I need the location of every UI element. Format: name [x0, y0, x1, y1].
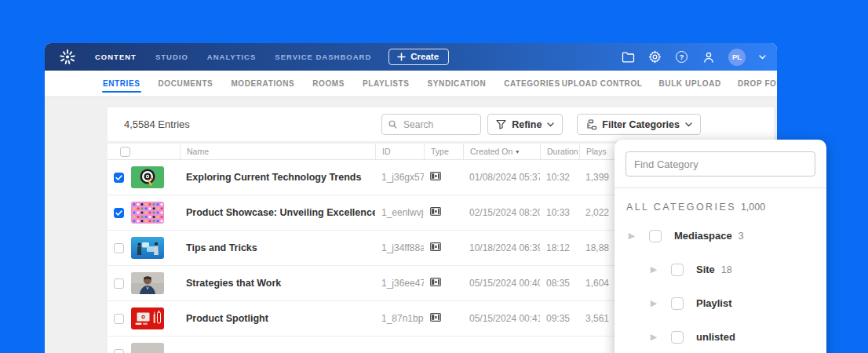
entry-name[interactable]: Product Spotlight [180, 313, 375, 324]
tab-moderations[interactable]: MODERATIONS [230, 71, 295, 96]
nav-item-analytics[interactable]: ANALYTICS [207, 53, 257, 61]
category-tree-icon [585, 119, 596, 130]
create-button[interactable]: Create [388, 49, 449, 65]
entry-name[interactable]: Strategies that Work [180, 278, 375, 289]
entry-duration: 08:35 [540, 278, 579, 289]
question-mark-icon: ? [676, 51, 687, 63]
category-tree-row[interactable]: ▶Playlist [615, 286, 826, 320]
row-checkbox[interactable] [114, 314, 124, 324]
entry-name[interactable]: Tips and Tricks [180, 242, 375, 253]
nav-item-service-dashboard[interactable]: SERVICE DASHBOARD [275, 53, 371, 61]
help-icon[interactable]: ? [675, 50, 688, 64]
chevron-down-icon[interactable] [759, 55, 766, 60]
refine-label: Refine [512, 119, 542, 130]
filter-categories-button[interactable]: Filter Categories [577, 114, 701, 135]
search-icon [388, 119, 397, 129]
entry-type [424, 313, 463, 324]
tab-entries[interactable]: ENTRIES [102, 71, 141, 96]
top-navigation-bar: CONTENT STUDIO ANALYTICS SERVICE DASHBOA… [45, 43, 777, 71]
category-label: Mediaspace [674, 230, 732, 242]
nav-item-content[interactable]: CONTENT [95, 53, 137, 61]
category-checkbox[interactable] [671, 264, 684, 276]
entry-created-on: 01/08/2024 05:37 [463, 172, 540, 183]
category-tree-row[interactable]: ▶Site18 [615, 253, 826, 286]
expand-arrow-icon[interactable]: ▶ [647, 332, 660, 342]
column-header-name[interactable]: Name [180, 144, 375, 159]
sort-descending-icon: ▾ [516, 148, 519, 155]
category-tree: ▶Mediaspace3▶Site18▶Playlist▶unlisted [615, 216, 826, 353]
tab-documents[interactable]: DOCUMENTS [158, 71, 214, 96]
tab-upload-control[interactable]: UPLOAD CONTROL [561, 71, 644, 96]
category-tree-row[interactable]: ▶unlisted [615, 320, 826, 353]
expand-arrow-icon[interactable]: ▶ [647, 264, 660, 275]
entries-toolbar: 4,5584 Entries Refine Filter Categories [108, 107, 774, 141]
row-checkbox[interactable] [114, 278, 124, 289]
row-checkbox[interactable] [114, 243, 124, 253]
row-checkbox-cell [108, 278, 128, 289]
refine-button[interactable]: Refine [487, 114, 563, 135]
category-checkbox[interactable] [671, 297, 684, 310]
tab-categories[interactable]: CATEGORIES [503, 71, 560, 96]
entry-created-on: 10/18/2024 06:39 [463, 242, 540, 253]
entry-type [424, 172, 463, 183]
tab-rooms[interactable]: ROOMS [312, 71, 345, 96]
tab-playlists[interactable]: PLAYLISTS [362, 71, 410, 96]
tab-bulk-upload[interactable]: BULK UPLOAD [658, 71, 722, 96]
funnel-icon [496, 119, 506, 129]
entry-thumbnail[interactable] [128, 308, 180, 329]
row-checkbox[interactable] [114, 349, 124, 353]
entry-thumbnail[interactable] [128, 272, 180, 294]
search-box [381, 114, 481, 135]
category-checkbox[interactable] [649, 230, 662, 242]
select-all-checkbox-cell [108, 144, 128, 159]
row-checkbox[interactable] [114, 208, 124, 218]
plus-icon [397, 53, 406, 61]
entry-id: 1_j36gx57v [375, 172, 424, 183]
entry-created-on: 05/15/2024 00:41 [463, 313, 540, 324]
entry-type [424, 207, 463, 218]
entry-thumbnail[interactable] [128, 237, 180, 259]
find-category-input[interactable] [625, 151, 815, 176]
category-label: unlisted [696, 331, 735, 343]
row-checkbox-cell [108, 208, 128, 218]
tab-syndication[interactable]: SYNDICATION [427, 71, 487, 96]
column-header-duration[interactable]: Duration [540, 144, 579, 159]
gear-icon[interactable] [648, 50, 662, 64]
row-checkbox[interactable] [114, 173, 124, 183]
kaltura-sun-logo-icon [59, 49, 76, 66]
entry-name[interactable]: Exploring Current Technology Trends [180, 172, 375, 183]
entry-thumbnail[interactable] [128, 202, 180, 224]
video-type-icon [430, 313, 441, 322]
video-type-icon [430, 207, 441, 216]
folder-icon[interactable] [622, 50, 635, 64]
row-checkbox-cell [108, 349, 128, 353]
entry-thumbnail[interactable] [128, 166, 180, 188]
filter-categories-label: Filter Categories [602, 119, 680, 130]
nav-item-studio[interactable]: STUDIO [155, 53, 188, 61]
check-icon [115, 175, 122, 180]
category-label: Site [696, 264, 715, 275]
category-checkbox[interactable] [671, 331, 684, 344]
entry-created-on: 02/15/2024 08:20 [463, 207, 540, 218]
entry-id: 1_j36ee47v [375, 278, 424, 289]
column-header-created-on[interactable]: Created On▾ [463, 144, 540, 159]
entry-duration: 10:33 [540, 207, 579, 218]
row-checkbox-cell [108, 314, 128, 324]
create-button-label: Create [410, 52, 439, 61]
search-input[interactable] [402, 118, 474, 131]
expand-arrow-icon[interactable]: ▶ [625, 231, 638, 241]
all-categories-count: 1,000 [741, 202, 765, 213]
entry-name[interactable]: Product Showcase: Unveiling Excellence [180, 207, 375, 218]
column-header-id[interactable]: ID [375, 144, 424, 159]
entry-created-on: 05/15/2024 00:40 [463, 278, 540, 289]
expand-arrow-icon[interactable]: ▶ [647, 298, 660, 308]
category-tree-row[interactable]: ▶Mediaspace3 [615, 219, 826, 253]
user-icon[interactable] [702, 50, 715, 64]
entry-thumbnail[interactable] [128, 343, 180, 353]
tab-drop-folders[interactable]: DROP FOLDERS [737, 71, 777, 96]
section-tab-bar: ENTRIES DOCUMENTS MODERATIONS ROOMS PLAY… [45, 71, 777, 97]
avatar[interactable]: PL [728, 49, 746, 66]
all-categories-header: ALL CATEGORIES1,000 [615, 188, 826, 216]
entry-duration: 18:12 [540, 242, 579, 253]
column-header-type[interactable]: Type [424, 144, 463, 159]
